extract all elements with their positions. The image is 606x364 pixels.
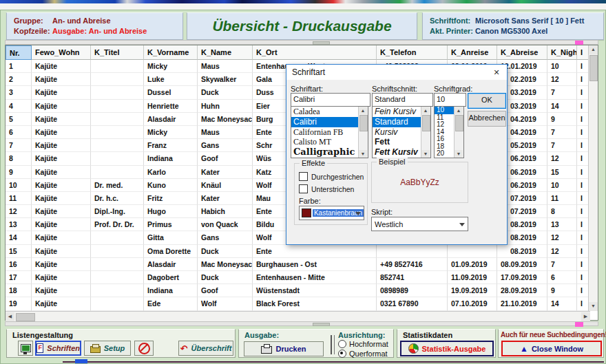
style-list[interactable]: Fein KursivStandardKursivFettFett Kursiv… [372, 106, 431, 158]
scroll-up-icon[interactable]: ▲ [454, 107, 463, 114]
list-scroll-thumb[interactable] [359, 115, 368, 131]
list-item[interactable]: 11 [435, 114, 454, 122]
vscroll-thumb[interactable] [589, 55, 598, 81]
ok-button[interactable]: OK [468, 93, 506, 109]
style-list-scrollbar[interactable]: ▲▼ [421, 107, 430, 158]
chevron-down-icon[interactable] [355, 212, 361, 215]
list-item[interactable]: Calligraphic [291, 147, 359, 158]
table-row[interactable]: 16KajüteAlasdairMac MoneysacBurghausen -… [6, 258, 590, 271]
table-cell [91, 113, 144, 126]
scroll-down-icon[interactable]: ▼ [454, 150, 463, 158]
list-item[interactable]: Calisto MT [291, 137, 359, 147]
table-header-row: Nr.Fewo_WohnK_TitelK_VornameK_NameK_OrtK… [6, 45, 598, 60]
ueberschrift-button[interactable]: ↶Überschrift [178, 341, 233, 356]
font-input[interactable]: Calibri [291, 93, 370, 107]
list-item[interactable]: Standard [373, 117, 421, 127]
top-splitter[interactable] [5, 40, 598, 45]
setup-button[interactable]: Setup [84, 341, 131, 356]
checkbox-icon[interactable] [299, 184, 308, 193]
scroll-up-icon[interactable]: ▲ [421, 107, 430, 114]
underline-checkbox[interactable]: Unterstrichen [299, 184, 354, 193]
scroll-right-icon[interactable]: ▶ [581, 312, 590, 321]
strikethrough-checkbox[interactable]: Durchgestrichen [299, 172, 364, 181]
style-input[interactable]: Standard [372, 93, 433, 107]
table-row[interactable]: 15KajüteOma DoretteDuckEnte08.201912I [6, 245, 590, 258]
script-dropdown[interactable]: Westlich [371, 217, 468, 231]
drucken-button[interactable]: Drucken [244, 341, 324, 356]
size-input[interactable]: 10 [434, 93, 466, 107]
close-window-button[interactable]: ▲Close Window [501, 341, 602, 356]
chevron-down-icon[interactable] [459, 223, 465, 226]
radio-icon[interactable] [338, 350, 346, 358]
list-item[interactable]: 14 [435, 129, 454, 136]
column-header[interactable]: K_Name [198, 45, 253, 60]
scroll-up-icon[interactable]: ▲ [589, 45, 598, 54]
horizontal-scrollbar[interactable]: ◀ ▶ [6, 311, 590, 321]
table-row[interactable]: 19KajüteEdeWolfBlack Forest0321 6789007.… [6, 297, 590, 310]
list-item[interactable]: 10 [435, 107, 454, 114]
column-header[interactable]: Fewo_Wohn [32, 45, 91, 60]
radio-icon[interactable] [338, 340, 346, 348]
column-header[interactable]: K_Abreise [497, 45, 547, 60]
scroll-down-icon[interactable]: ▼ [421, 150, 430, 158]
list-item[interactable]: 16 [435, 136, 454, 143]
list-scroll-thumb[interactable] [422, 115, 430, 131]
column-header[interactable]: K_Titel [91, 45, 144, 60]
statistik-ausgabe-button[interactable]: Statistik-Ausgabe [400, 341, 494, 356]
block-button[interactable] [134, 341, 154, 356]
scroll-down-icon[interactable]: ▼ [589, 302, 598, 311]
radio-hochformat[interactable]: Hochformat [338, 339, 388, 348]
list-item[interactable]: 18 [435, 143, 454, 151]
scroll-left-icon[interactable]: ◀ [6, 312, 14, 321]
schriften-button[interactable]: FSchriften [35, 341, 81, 356]
table-cell: Kajüte [32, 60, 91, 73]
list-item[interactable]: Fett Kursiv [373, 147, 421, 158]
sample-label: Beispiel [377, 158, 408, 166]
font-list[interactable]: CaladeaCalibriCalifornian FBCalisto MTCa… [291, 106, 368, 158]
scroll-up-icon[interactable]: ▲ [359, 107, 367, 114]
splitter-thumb[interactable] [313, 323, 330, 326]
table-cell: Dipl.-Ing. [91, 205, 144, 218]
table-cell: 7 [547, 126, 577, 139]
list-item[interactable]: Kursiv [373, 127, 421, 138]
checkbox-icon[interactable] [299, 172, 308, 181]
column-header[interactable]: K_Vorname [144, 45, 198, 60]
font-list-scrollbar[interactable]: ▲▼ [358, 107, 368, 158]
table-cell: Burghausen - Ost [253, 258, 377, 271]
table-cell [91, 284, 144, 297]
scroll-down-icon[interactable]: ▼ [359, 150, 367, 158]
table-row[interactable]: 18KajüteIndianaGoofWüstenstadt089898919.… [6, 284, 590, 297]
column-header[interactable]: K_Telefon [377, 45, 448, 60]
table-cell: Primus [144, 218, 198, 231]
preview-button[interactable] [18, 341, 33, 356]
size-list[interactable]: 10111214161820 ▲▼ [434, 106, 464, 158]
cancel-button[interactable]: Abbrechen [468, 111, 506, 127]
list-scroll-thumb[interactable] [455, 115, 463, 131]
list-item[interactable]: 12 [435, 121, 454, 129]
hscroll-thumb[interactable] [16, 313, 35, 321]
size-list-scrollbar[interactable]: ▲▼ [454, 107, 463, 158]
list-item[interactable]: Caladea [291, 107, 359, 117]
list-item[interactable]: 20 [435, 150, 454, 158]
column-header[interactable]: K_Ort [253, 45, 377, 60]
table-cell: Ente [253, 245, 377, 258]
bottom-splitter[interactable] [5, 321, 598, 326]
color-dropdown[interactable]: Kastanienbraun [299, 206, 364, 220]
monitor-icon [21, 344, 31, 352]
close-icon[interactable]: ✕ [486, 65, 507, 80]
vertical-scrollbar[interactable]: ▲ ▼ [588, 45, 598, 311]
column-header[interactable]: K_Anreise [448, 45, 497, 60]
column-header[interactable]: K_Night [547, 45, 577, 60]
column-header[interactable]: Nr. [6, 45, 32, 60]
list-item[interactable]: Californian FB [291, 127, 359, 138]
list-item[interactable]: Fett [373, 137, 421, 147]
script-label: Skript: [371, 208, 393, 216]
table-row[interactable]: 17KajüteDagobertDuckEntenhausen - Mitte8… [6, 271, 590, 284]
list-item[interactable]: Calibri [291, 117, 359, 127]
list-item[interactable]: Fein Kursiv [373, 107, 421, 117]
table-cell: Kajüte [32, 271, 91, 284]
dialog-title: Schriftart [286, 65, 507, 80]
radio-querformat[interactable]: Querformat [338, 349, 388, 358]
table-cell: Indiana [144, 152, 198, 165]
table-cell: Mac Moneysac [198, 258, 253, 271]
